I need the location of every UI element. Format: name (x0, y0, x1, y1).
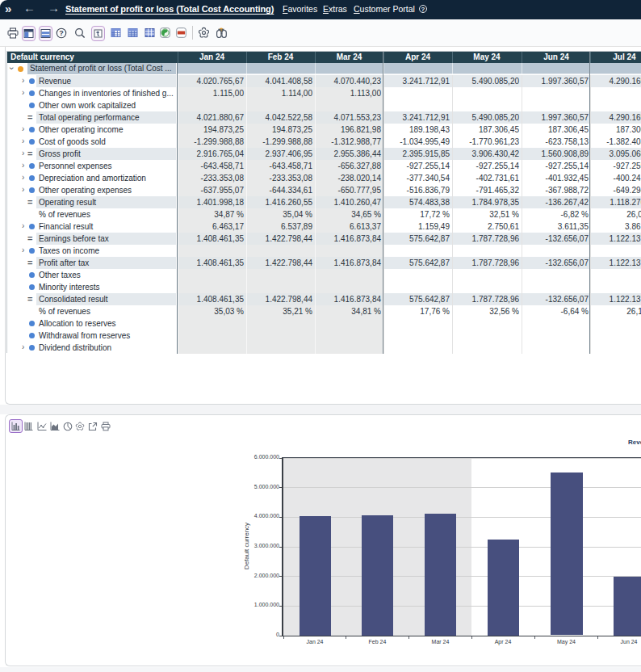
svg-text:?: ? (59, 29, 64, 37)
